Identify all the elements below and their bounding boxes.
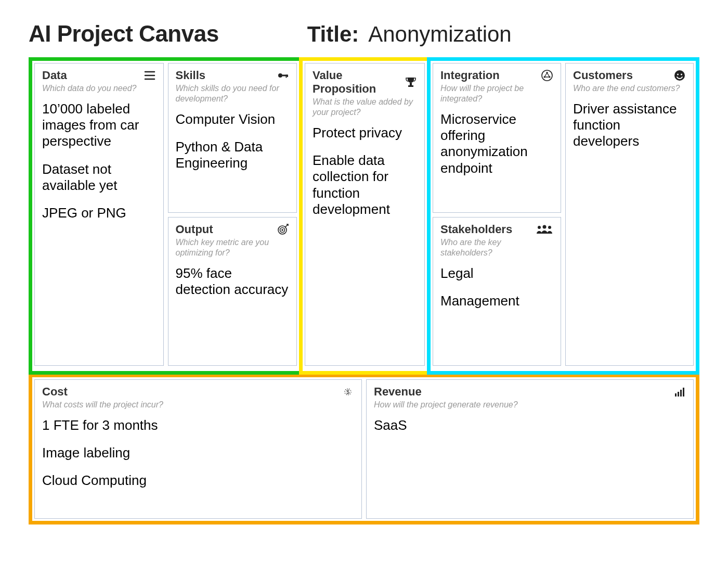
title-label: Title: <box>307 22 359 47</box>
cell-revenue-body: SaaS <box>374 417 686 433</box>
cell-stakeholders-sub: Who are the key stakeholders? <box>440 237 550 258</box>
cell-output-sub: Which key metric are you optimizing for? <box>176 237 285 258</box>
target-icon <box>277 223 289 236</box>
svg-point-13 <box>538 226 541 229</box>
cell-value-sub: What is the value added by your project? <box>313 97 417 118</box>
smile-icon <box>673 69 686 82</box>
svg-rect-23 <box>680 390 682 396</box>
canvas-label: AI Project Canvas <box>29 21 219 47</box>
svg-rect-3 <box>287 75 288 78</box>
cell-output-body: 95% face detection accuracy <box>176 265 290 298</box>
cell-integration-title: Integration <box>440 69 500 82</box>
cell-stakeholders-body: LegalManagement <box>440 265 553 309</box>
cell-skills-title: Skills <box>176 69 205 82</box>
cell-customers-sub: Who are the end customers? <box>573 83 682 94</box>
cell-revenue-title: Revenue <box>374 385 422 399</box>
group-yellow: Value Proposition What is the value adde… <box>299 57 431 375</box>
svg-point-16 <box>674 70 685 81</box>
svg-point-17 <box>677 74 679 75</box>
cell-data: Data Which data do you need? 10’000 labe… <box>34 63 164 366</box>
cell-cost-body: 1 FTE for 3 monthsImage labelingCloud Co… <box>42 417 354 489</box>
svg-rect-7 <box>410 83 412 85</box>
svg-rect-22 <box>678 392 679 396</box>
dollar-icon: $ <box>342 386 354 398</box>
cell-value: Value Proposition What is the value adde… <box>305 63 425 366</box>
row-top: Data Which data do you need? 10’000 labe… <box>29 57 699 375</box>
title-value: Anonymization <box>368 22 511 47</box>
cell-integration-body: Microservice offering anonymization endp… <box>440 111 553 176</box>
cell-cost: Cost $ What costs will the project incur… <box>34 379 362 519</box>
svg-point-0 <box>278 73 282 78</box>
cell-skills-sub: Which skills do you need for development… <box>176 83 285 104</box>
svg-rect-8 <box>408 85 413 87</box>
cell-data-body: 10’000 labeled images from car perspecti… <box>42 101 156 221</box>
cell-skills-body: Computer VisionPython & Data Engineering <box>176 111 290 172</box>
network-icon <box>541 69 553 82</box>
cell-customers-body: Driver assistance function developers <box>573 101 686 150</box>
cell-output: Output Which key metric are you optimizi… <box>168 217 297 366</box>
cell-integration-sub: How will the project be integrated? <box>440 83 550 104</box>
group-cyan: Integration How will the project be inte… <box>427 57 699 375</box>
svg-point-6 <box>281 229 283 231</box>
cell-integration: Integration How will the project be inte… <box>433 63 561 213</box>
svg-text:$: $ <box>346 389 349 395</box>
cell-skills: Skills Which skills do you need for deve… <box>168 63 297 213</box>
svg-point-14 <box>543 225 547 229</box>
cell-value-title: Value Proposition <box>313 69 405 96</box>
svg-rect-21 <box>675 393 677 396</box>
chart-icon <box>673 386 686 398</box>
cell-cost-title: Cost <box>42 385 68 399</box>
cell-revenue-sub: How will the project generate revenue? <box>374 400 686 410</box>
cell-customers-title: Customers <box>573 69 633 82</box>
menu-icon <box>144 69 156 82</box>
cell-customers: Customers Who are the end customers? Dri… <box>565 63 694 366</box>
group-orange: Cost $ What costs will the project incur… <box>29 374 699 524</box>
cell-stakeholders: Stakeholders Who are the key stakeholder… <box>433 217 561 366</box>
key-icon <box>277 69 289 82</box>
people-icon <box>536 223 553 236</box>
trophy-icon <box>405 76 417 88</box>
svg-rect-2 <box>286 75 287 78</box>
cell-output-title: Output <box>176 223 213 236</box>
svg-point-18 <box>681 74 682 75</box>
cell-value-body: Protect privacyEnable data collection fo… <box>313 125 417 217</box>
cell-data-title: Data <box>42 69 67 82</box>
cell-stakeholders-title: Stakeholders <box>440 223 512 236</box>
cell-cost-sub: What costs will the project incur? <box>42 400 354 410</box>
cell-data-sub: Which data do you need? <box>42 83 151 94</box>
ai-project-canvas: AI Project Canvas Title: Anonymization D… <box>0 0 728 545</box>
group-green: Data Which data do you need? 10’000 labe… <box>29 57 303 375</box>
header: AI Project Canvas Title: Anonymization <box>29 21 699 47</box>
svg-point-15 <box>548 226 551 229</box>
canvas-grid: Data Which data do you need? 10’000 labe… <box>29 57 699 524</box>
cell-revenue: Revenue How will the project generate re… <box>366 379 694 519</box>
svg-rect-24 <box>683 388 684 396</box>
